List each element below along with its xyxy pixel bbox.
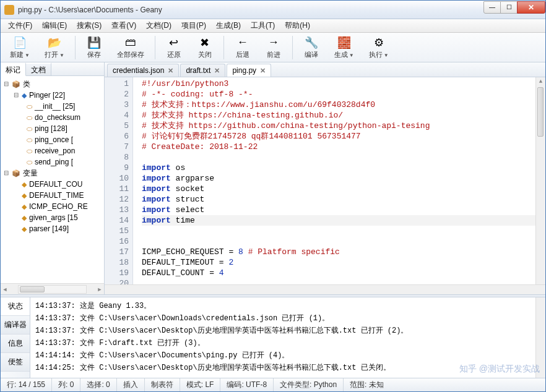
tree-item[interactable]: ⊟◆Pinger [22] <box>2 90 103 101</box>
messages-vscroll[interactable] <box>535 297 545 378</box>
save-button[interactable]: 💾保存 <box>79 34 109 61</box>
tool-label: 编译 <box>305 50 318 59</box>
status-scope: 范围: 未知 <box>344 378 390 391</box>
menu-搜索(S)[interactable]: 搜索(S) <box>72 19 106 32</box>
compile-icon: 🔧 <box>305 36 318 49</box>
tree-item[interactable]: ⬭__init__ [25] <box>2 101 103 112</box>
save-icon: 💾 <box>87 36 101 49</box>
new-button[interactable]: 📄新建▼ <box>3 34 37 61</box>
menu-项目(P)[interactable]: 项目(P) <box>176 19 211 32</box>
sidebar-tab-symbols[interactable]: 标记 <box>1 62 26 76</box>
close-icon[interactable]: ✕ <box>260 67 266 75</box>
statusbar: 行: 14 / 155 列: 0 选择: 0 插入 制表符 模式: LF 编码:… <box>1 378 545 391</box>
tree-item[interactable]: ◆ICMP_ECHO_RE <box>2 201 103 212</box>
status-insert[interactable]: 插入 <box>117 378 145 391</box>
sidebar: 标记 文档 ⊟📦类⊟◆Pinger [22]⬭__init__ [25]⬭do_… <box>1 62 105 294</box>
tree-item[interactable]: ⬭do_checksum <box>2 112 103 123</box>
tool-label: 保存 <box>87 50 101 59</box>
open-button[interactable]: 📂打开▼ <box>38 34 71 61</box>
status-col: 列: 0 <box>52 378 80 391</box>
separator <box>155 36 155 59</box>
tab-label: credentials.json <box>113 66 164 75</box>
revert-button[interactable]: ↩还原 <box>159 34 189 61</box>
menu-查看(V)[interactable]: 查看(V) <box>106 19 141 32</box>
menu-编辑(E)[interactable]: 编辑(E) <box>37 19 72 32</box>
status-tabmode[interactable]: 制表符 <box>145 378 180 391</box>
menu-文档(D)[interactable]: 文档(D) <box>141 19 176 32</box>
save-all-icon: 🗃 <box>124 36 137 49</box>
sidebar-tabs: 标记 文档 <box>1 62 104 76</box>
message-line: 14:13:37: 文件 C:\Users\acer\Desktop\历史地理国… <box>35 325 531 337</box>
tree-item[interactable]: ◆DEFAULT_TIME <box>2 190 103 201</box>
save-all-button[interactable]: 🗃全部保存 <box>110 34 151 61</box>
close-icon[interactable]: ✕ <box>214 67 220 75</box>
status-line: 行: 14 / 155 <box>1 378 52 391</box>
message-line: 14:14:14: 文件 C:\Users\acer\Documents\pin… <box>35 349 531 362</box>
tool-label: 新建▼ <box>10 50 30 59</box>
msg-tab-便签[interactable]: 便签 <box>1 353 30 372</box>
tree-section[interactable]: ⊟📦类 <box>2 79 103 90</box>
code-view[interactable]: #!/usr/bin/python3# -*- coding: utf-8 -*… <box>133 77 535 284</box>
window-close-button[interactable]: ✕ <box>517 1 545 14</box>
separator <box>223 36 224 59</box>
tree-section[interactable]: ⊟📦变量 <box>2 168 103 179</box>
menu-帮助(H)[interactable]: 帮助(H) <box>280 19 315 32</box>
close-button[interactable]: ✖关闭 <box>190 34 220 61</box>
editor-hscroll[interactable] <box>105 284 545 294</box>
open-icon: 📂 <box>48 36 61 49</box>
menubar: 文件(F)编辑(E)搜索(S)查看(V)文档(D)项目(P)生成(B)工具(T)… <box>1 19 545 33</box>
minimize-button[interactable]: — <box>483 1 501 14</box>
tree-item[interactable]: ◆given_args [15 <box>2 212 103 223</box>
message-tabs: 状态编译器信息便签 <box>1 297 30 378</box>
status-filetype[interactable]: 文件类型: Python <box>274 378 344 391</box>
compile-button[interactable]: 🔧编译 <box>297 34 326 61</box>
msg-tab-信息[interactable]: 信息 <box>1 334 30 353</box>
forward-icon: → <box>267 36 280 49</box>
sidebar-hscroll[interactable]: ◄► <box>1 283 104 294</box>
editor-vscroll[interactable]: ▲ <box>535 77 545 284</box>
titlebar: ping.py - C:\Users\acer\Documents - Gean… <box>1 1 545 19</box>
run-button[interactable]: ⚙执行▼ <box>362 34 396 61</box>
tree-item[interactable]: ⬭receive_pon <box>2 145 103 156</box>
tree-item[interactable]: ◆DEFAULT_COU <box>2 179 103 190</box>
tree-item[interactable]: ⬭ping_once [ <box>2 134 103 145</box>
back-button[interactable]: ←后退 <box>228 34 258 61</box>
msg-tab-编译器[interactable]: 编译器 <box>1 316 30 334</box>
message-line: 14:13:37: 这是 Geany 1.33。 <box>35 300 531 312</box>
close-icon[interactable]: ✕ <box>168 67 173 75</box>
menu-工具(T)[interactable]: 工具(T) <box>246 19 280 32</box>
editor-tab[interactable]: draft.txt✕ <box>180 64 225 77</box>
editor-area: credentials.json✕draft.txt✕ping.py✕ 1234… <box>105 62 545 294</box>
tree-item[interactable]: ◆parser [149] <box>2 223 103 234</box>
menu-生成(B)[interactable]: 生成(B) <box>211 19 246 32</box>
tool-label: 打开▼ <box>45 50 64 59</box>
maximize-button[interactable]: ☐ <box>500 1 518 14</box>
revert-icon: ↩ <box>167 36 181 49</box>
tool-label: 执行▼ <box>369 50 389 59</box>
toolbar: 📄新建▼📂打开▼💾保存🗃全部保存↩还原✖关闭←后退→前进🔧编译🧱生成▼⚙执行▼ <box>1 33 545 62</box>
sidebar-tab-documents[interactable]: 文档 <box>26 62 51 75</box>
tab-label: draft.txt <box>186 66 210 75</box>
msg-tab-状态[interactable]: 状态 <box>1 297 30 316</box>
tool-label: 关闭 <box>198 50 212 59</box>
status-encoding[interactable]: 编码: UTF-8 <box>220 378 274 391</box>
status-messages[interactable]: 14:13:37: 这是 Geany 1.33。14:13:37: 文件 C:\… <box>30 297 535 378</box>
app-icon <box>4 5 14 15</box>
menu-文件(F)[interactable]: 文件(F) <box>3 19 37 32</box>
line-gutter: 1234567891011121314151617181920 <box>105 77 133 284</box>
build-icon: 🧱 <box>337 36 351 49</box>
build-button[interactable]: 🧱生成▼ <box>327 34 361 61</box>
symbol-tree[interactable]: ⊟📦类⊟◆Pinger [22]⬭__init__ [25]⬭do_checks… <box>1 76 104 283</box>
separator <box>292 36 293 59</box>
forward-button[interactable]: →前进 <box>259 34 288 61</box>
tool-label: 生成▼ <box>334 50 354 59</box>
editor-tab[interactable]: credentials.json✕ <box>107 64 179 77</box>
editor-tabs: credentials.json✕draft.txt✕ping.py✕ <box>105 62 545 77</box>
tree-item[interactable]: ⬭ping [128] <box>2 123 103 134</box>
editor-tab[interactable]: ping.py✕ <box>227 64 271 77</box>
tree-item[interactable]: ⬭send_ping [ <box>2 156 103 168</box>
status-eol[interactable]: 模式: LF <box>180 378 221 391</box>
tool-label: 全部保存 <box>117 50 144 59</box>
tool-label: 还原 <box>167 50 181 59</box>
separator <box>75 36 76 59</box>
